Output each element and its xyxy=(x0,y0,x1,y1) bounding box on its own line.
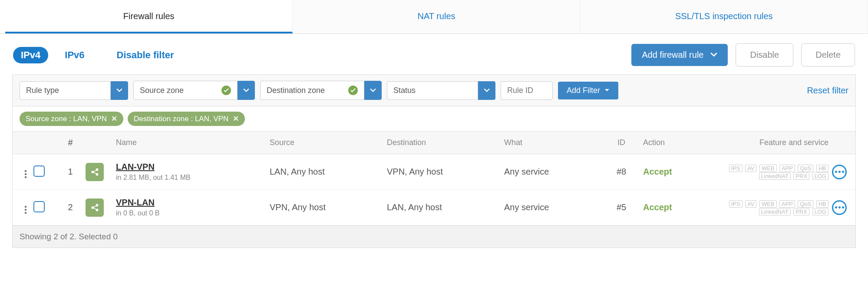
col-feature: Feature and service xyxy=(700,138,828,147)
add-filter-button[interactable]: Add Filter xyxy=(558,82,618,99)
filter-chip-source-zone: Source zone : LAN, VPN ✕ xyxy=(20,112,123,126)
table-row: 1 LAN-VPN in 2.81 MB, out 1.41 MB LAN, A… xyxy=(13,154,855,190)
feat-tag: WEB xyxy=(759,200,777,208)
rule-name-link[interactable]: VPN-LAN xyxy=(116,198,270,208)
feature-tags: IPS AV WEB APP QoS HB LinkedNAT PRX LOG xyxy=(728,200,828,215)
rule-type-select[interactable]: Rule type xyxy=(20,81,111,100)
rule-destination: LAN, Any host xyxy=(387,202,504,212)
tab-firewall-rules[interactable]: Firewall rules xyxy=(5,0,293,33)
row-number: 1 xyxy=(55,167,86,177)
rule-direction-icon[interactable] xyxy=(86,163,104,181)
rule-id: #5 xyxy=(600,202,643,212)
active-filter-chips: Source zone : LAN, VPN ✕ Destination zon… xyxy=(12,106,856,131)
table-row: 2 VPN-LAN in 0 B, out 0 B VPN, Any host … xyxy=(13,190,855,225)
check-circle-icon xyxy=(221,86,231,95)
tab-nat-rules[interactable]: NAT rules xyxy=(293,0,580,33)
add-firewall-rule-label: Add firewall rule xyxy=(642,50,703,60)
feat-tag: AV xyxy=(745,200,756,208)
feat-tag: PRX xyxy=(793,172,809,180)
disable-filter-link[interactable]: Disable filter xyxy=(117,50,174,61)
feat-tag: PRX xyxy=(793,208,809,215)
rule-id-input[interactable] xyxy=(501,81,553,100)
rule-traffic-stats: in 0 B, out 0 B xyxy=(116,209,270,217)
rule-what: Any service xyxy=(504,202,600,212)
add-firewall-rule-button[interactable]: Add firewall rule xyxy=(631,44,728,66)
drag-handle-icon[interactable] xyxy=(25,206,26,214)
disable-button[interactable]: Disable xyxy=(736,43,793,66)
row-checkbox[interactable] xyxy=(33,165,45,177)
chip-label: Source zone : LAN, VPN xyxy=(26,115,107,123)
dest-zone-label: Destination zone xyxy=(267,86,325,95)
feat-tag: HB xyxy=(816,165,828,172)
feature-tags: IPS AV WEB APP QoS HB LinkedNAT PRX LOG xyxy=(728,164,828,180)
dest-zone-dropdown-button[interactable] xyxy=(364,81,382,100)
source-zone-label: Source zone xyxy=(140,86,184,95)
chip-remove-icon[interactable]: ✕ xyxy=(111,114,117,123)
col-what: What xyxy=(504,138,600,147)
row-number: 2 xyxy=(55,202,86,212)
feat-tag: LOG xyxy=(812,172,828,180)
tab-ssl-tls-rules[interactable]: SSL/TLS inspection rules xyxy=(581,0,868,33)
rule-name-link[interactable]: LAN-VPN xyxy=(116,162,270,172)
feat-tag: HB xyxy=(816,200,828,208)
filter-bar: Rule type Source zone Destination zone xyxy=(12,74,856,106)
source-zone-select[interactable]: Source zone xyxy=(133,81,238,100)
feat-tag: AV xyxy=(745,165,756,172)
add-filter-label: Add Filter xyxy=(567,86,600,95)
reset-filter-link[interactable]: Reset filter xyxy=(807,86,848,96)
chevron-down-icon xyxy=(710,52,717,59)
ipv4-toggle[interactable]: IPv4 xyxy=(13,47,48,63)
status-label: Status xyxy=(393,86,416,95)
table-footer-status: Showing 2 of 2. Selected 0 xyxy=(12,226,856,248)
feat-tag: LinkedNAT xyxy=(759,208,791,215)
rule-source: VPN, Any host xyxy=(270,202,387,212)
delete-button[interactable]: Delete xyxy=(801,43,855,66)
rule-type-combo: Rule type xyxy=(20,81,128,100)
rule-traffic-stats: in 2.81 MB, out 1.41 MB xyxy=(116,174,270,182)
feat-tag: LOG xyxy=(812,208,828,215)
table-header: # Name Source Destination What ID Action… xyxy=(13,131,855,154)
rules-tabs: Firewall rules NAT rules SSL/TLS inspect… xyxy=(0,0,868,34)
source-zone-dropdown-button[interactable] xyxy=(238,81,255,100)
col-source: Source xyxy=(270,138,387,147)
check-circle-icon xyxy=(348,86,358,95)
rule-destination: VPN, Any host xyxy=(387,167,504,177)
row-actions-menu-icon[interactable] xyxy=(832,165,847,179)
col-destination: Destination xyxy=(387,138,504,147)
feat-tag: LinkedNAT xyxy=(759,172,791,180)
feat-tag: APP xyxy=(779,165,795,172)
status-select[interactable]: Status xyxy=(387,81,478,100)
col-id: ID xyxy=(600,138,643,147)
col-action: Action xyxy=(643,138,700,147)
chip-label: Destination zone : LAN, VPN xyxy=(134,115,228,123)
row-actions-menu-icon[interactable] xyxy=(832,200,847,215)
chip-remove-icon[interactable]: ✕ xyxy=(233,114,239,123)
status-dropdown-button[interactable] xyxy=(478,81,495,100)
feat-tag: WEB xyxy=(759,165,777,172)
feat-tag: IPS xyxy=(729,165,743,172)
dest-zone-combo: Destination zone xyxy=(260,81,382,100)
rule-type-dropdown-button[interactable] xyxy=(111,81,128,100)
rules-table: # Name Source Destination What ID Action… xyxy=(12,131,856,226)
dest-zone-select[interactable]: Destination zone xyxy=(260,81,364,100)
rule-id: #8 xyxy=(600,167,643,177)
toolbar: IPv4 IPv6 Disable filter Add firewall ru… xyxy=(0,34,868,74)
feat-tag: APP xyxy=(779,200,795,208)
feat-tag: QoS xyxy=(798,200,813,208)
rule-action: Accept xyxy=(643,167,672,176)
feat-tag: QoS xyxy=(798,165,813,172)
ip-version-toggle: IPv4 IPv6 xyxy=(13,47,92,63)
col-number: # xyxy=(55,138,86,148)
status-combo: Status xyxy=(387,81,495,100)
feat-tag: IPS xyxy=(729,200,743,208)
rule-source: LAN, Any host xyxy=(270,167,387,177)
filter-chip-dest-zone: Destination zone : LAN, VPN ✕ xyxy=(128,112,245,126)
ipv6-toggle[interactable]: IPv6 xyxy=(57,47,92,63)
drag-handle-icon[interactable] xyxy=(25,170,26,178)
rule-action: Accept xyxy=(643,202,672,212)
source-zone-combo: Source zone xyxy=(133,81,255,100)
caret-down-icon xyxy=(604,89,610,92)
rule-direction-icon[interactable] xyxy=(86,198,104,217)
rule-what: Any service xyxy=(504,167,600,177)
row-checkbox[interactable] xyxy=(33,201,45,212)
